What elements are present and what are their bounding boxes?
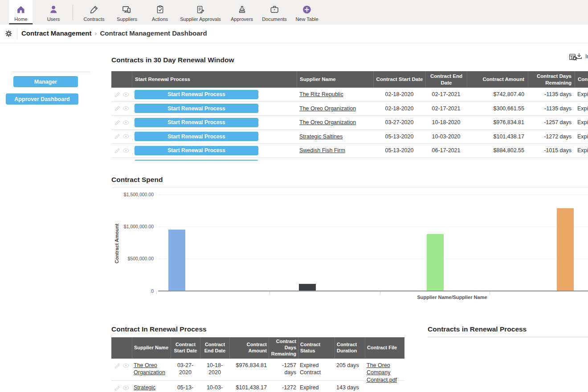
contract-file-link[interactable]: The Oreo Company Contract.pdf	[367, 362, 397, 383]
table-row: Start Renewal Process Swedish Fish Firm …	[111, 144, 588, 158]
start-renewal-process-button[interactable]: Start Renewal Process	[135, 146, 258, 155]
table-row: Strategic Saltines 05-13-2020 10-03-2020…	[111, 381, 404, 392]
chart-bar	[427, 234, 444, 291]
contract-amount: $101,438.17	[229, 384, 269, 391]
supplier-link[interactable]: Strategic Saltines	[134, 384, 155, 392]
nav-label: Approvers	[231, 16, 253, 22]
contract-end-date: 06-17-2021	[425, 147, 467, 154]
x-tick	[380, 291, 380, 294]
edit-pencil-icon[interactable]	[114, 133, 120, 139]
supplier-link[interactable]: The Oreo Organization	[299, 119, 356, 125]
nav-label: Supplier Approvals	[180, 16, 221, 22]
home-icon	[16, 4, 26, 15]
view-eye-icon[interactable]	[122, 120, 129, 125]
nav-label: Suppliers	[117, 16, 137, 22]
contract-amount: $742,807.40	[467, 91, 528, 97]
start-renewal-process-button[interactable]: Start Renewal Process	[135, 104, 258, 113]
nav-tab-actions[interactable]: Actions	[147, 0, 173, 24]
chart-bar	[557, 208, 574, 291]
renewal-process-title: Contracts in Renewal Process	[428, 325, 527, 333]
contract-amount: $976,834.81	[467, 119, 528, 125]
supplier-link[interactable]: Strategic Saltines	[299, 133, 343, 140]
header-contract-status: Contract Status	[298, 337, 335, 359]
breadcrumb: Contract Management›Contract Management …	[21, 29, 207, 37]
nav-tab-suppliers[interactable]: Suppliers	[111, 0, 143, 24]
nav-tab-approvers[interactable]: Approvers	[225, 0, 258, 24]
supplier-link[interactable]: Swedish Fish Firm	[299, 147, 345, 154]
import-label: Import	[585, 53, 588, 60]
view-eye-icon[interactable]	[122, 92, 129, 97]
nav-tab-new-table[interactable]: New Table	[290, 0, 323, 24]
header-contract-amount: Contract Amount	[467, 71, 528, 88]
manager-button[interactable]: Manager	[13, 76, 78, 87]
start-renewal-process-button[interactable]: Start Renewal Process	[135, 118, 258, 127]
nav-tab-users[interactable]: Users	[42, 0, 65, 24]
contract-amount: $300,661.55	[467, 105, 528, 112]
sidebar-divider	[12, 72, 90, 72]
approver-dashboard-button[interactable]: Approver Dashboard	[6, 93, 78, 105]
header-supplier-name: Supplier Name	[297, 71, 373, 88]
edit-pencil-icon[interactable]	[114, 105, 120, 111]
import-button[interactable]: Import	[575, 53, 588, 61]
contract-start-date: 05-13-2020	[373, 147, 425, 154]
start-renewal-process-button[interactable]: Start Renewal Process	[135, 90, 258, 99]
gear-icon[interactable]	[4, 29, 13, 38]
section-divider	[428, 337, 588, 337]
header-contract-status: Contract Status	[575, 71, 588, 88]
contract-amount: $101,438.17	[467, 133, 528, 140]
nav-label: Contracts	[83, 16, 104, 22]
contract-end-date: 10-03-2020	[200, 384, 229, 392]
nav-tab-documents[interactable]: Documents	[257, 0, 292, 24]
breadcrumb-current: Contract Management Dashboard	[100, 29, 207, 37]
header-contract-duration: Contract Duration	[335, 337, 365, 359]
supplier-link[interactable]: The Oreo Organization	[134, 362, 165, 376]
top-nav: Home Users Contracts Suppliers Actions S…	[0, 0, 588, 24]
table-row: The Oreo Organization 03-27-2020 10-18-2…	[111, 359, 404, 381]
contract-end-date: 10-18-2020	[200, 362, 229, 376]
view-eye-icon[interactable]	[122, 134, 129, 139]
start-renewal-process-button[interactable]: Start Renewal Process	[135, 160, 258, 161]
edit-pencil-icon[interactable]	[114, 148, 120, 154]
contract-amount: $884,802.55	[467, 147, 528, 154]
edit-pencil-icon[interactable]	[114, 385, 120, 391]
y-tick-label: $1,000,000.00	[114, 224, 154, 229]
supplier-link[interactable]: The Ritz Republic	[299, 91, 343, 97]
breadcrumb-root[interactable]: Contract Management	[21, 29, 92, 37]
contract-days-remaining: -1257 days	[528, 119, 575, 125]
view-eye-icon[interactable]	[122, 106, 129, 111]
nav-tab-home[interactable]: Home	[9, 0, 33, 24]
supplier-link[interactable]: The Oreo Organization	[299, 105, 356, 112]
nav-label: Home	[14, 16, 27, 22]
contract-status: Expired Contract	[298, 384, 335, 392]
edit-pencil-icon[interactable]	[114, 92, 120, 97]
y-tick-label: 0	[114, 288, 154, 294]
plus-circle-icon	[302, 4, 311, 15]
devices-icon	[122, 4, 132, 15]
nav-tab-supplier-approvals[interactable]: Supplier Approvals	[175, 0, 226, 24]
contract-end-date: 10-03-2020	[425, 133, 467, 140]
pen-icon	[89, 4, 99, 15]
divider	[17, 28, 17, 40]
contract-start-date: 05-13-2020	[373, 133, 425, 140]
nav-tab-contracts[interactable]: Contracts	[78, 0, 110, 24]
view-eye-icon[interactable]	[122, 363, 129, 369]
view-eye-icon[interactable]	[122, 385, 129, 391]
start-renewal-process-button[interactable]: Start Renewal Process	[135, 132, 258, 141]
header-days-remaining: Contract Days Remaining	[528, 71, 575, 88]
chevron-right-icon: ›	[95, 29, 97, 37]
contract-spend-chart: Contract Spend Contract Amount $1,500,00…	[111, 176, 588, 305]
contract-start-date: 02-18-2020	[373, 105, 425, 112]
in-renewal-table: Supplier Name Contract Start Date Contra…	[111, 337, 404, 392]
contract-duration: 143 days	[335, 384, 365, 391]
contract-days-remaining: -1015 days	[528, 147, 575, 154]
chart-bar	[299, 284, 316, 291]
view-eye-icon[interactable]	[122, 148, 129, 153]
contract-days-remaining: -1135 days	[528, 105, 575, 112]
edit-pencil-icon[interactable]	[114, 120, 120, 125]
header-contract-end: Contract End Date	[200, 337, 229, 359]
edit-pencil-icon[interactable]	[114, 363, 120, 369]
header-start-renewal: Start Renewal Process	[132, 71, 297, 88]
renewal-window-title: Contracts in 30 Day Renewal Window	[111, 56, 234, 64]
contract-days-remaining: -1272 days	[528, 133, 575, 140]
chart-title: Contract Spend	[111, 176, 163, 184]
